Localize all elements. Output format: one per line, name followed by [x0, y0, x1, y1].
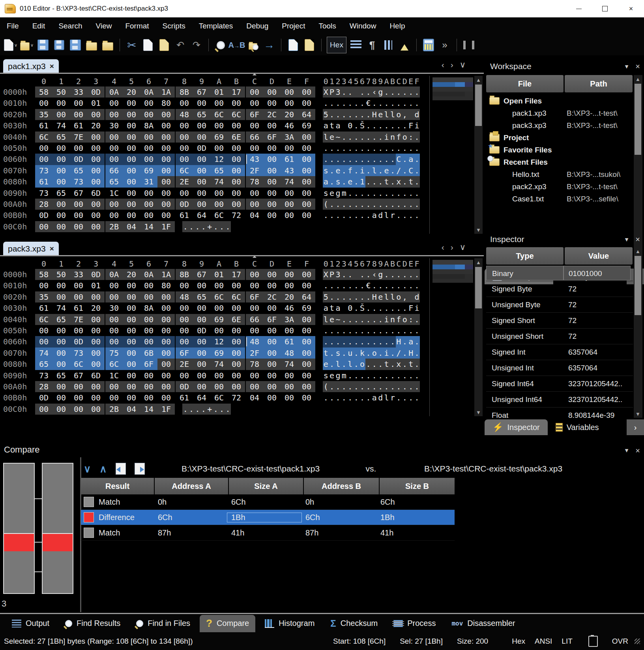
ascii-char-cell[interactable]: . [335, 109, 341, 120]
ascii-char-cell[interactable]: 3 [335, 269, 341, 280]
hex-byte-cell[interactable]: 00 [140, 325, 157, 336]
inspector-value-cell[interactable]: 72 [564, 301, 631, 309]
hex-byte-cell[interactable]: 00 [263, 325, 281, 336]
ascii-char-cell[interactable]: a [371, 210, 377, 221]
hex-byte-cell[interactable]: 6F [263, 314, 281, 325]
hex-byte-cell[interactable]: 00 [193, 381, 210, 392]
hex-byte-cell[interactable]: 00 [105, 325, 123, 336]
ascii-char-cell[interactable]: . [378, 359, 384, 370]
ascii-char-cell[interactable]: . [378, 325, 384, 336]
inspector-value-cell[interactable]: 01001000 [564, 266, 631, 280]
ascii-char-cell[interactable]: . [389, 302, 395, 314]
menu-item-view[interactable]: View [89, 17, 119, 35]
hex-byte-cell[interactable]: 00 [263, 269, 281, 280]
ascii-char-cell[interactable]: . [384, 154, 389, 165]
ascii-char-cell[interactable]: . [378, 348, 384, 359]
ascii-char-cell[interactable]: . [359, 269, 365, 280]
hex-byte-cell[interactable]: 80 [157, 280, 175, 291]
hex-byte-cell[interactable]: 1A [157, 269, 175, 280]
ascii-char-cell[interactable]: ( [323, 199, 329, 210]
hex-byte-cell[interactable]: 00 [140, 98, 157, 109]
hex-byte-cell[interactable]: 69 [140, 165, 157, 176]
column-mode-button[interactable] [382, 38, 395, 52]
hex-byte-cell[interactable]: 00 [246, 120, 263, 131]
ascii-char-cell[interactable]: . [329, 199, 335, 210]
hex-byte-cell[interactable]: 14 [140, 404, 157, 415]
ascii-char-cell[interactable]: m [341, 188, 347, 199]
ascii-char-cell[interactable]: . [408, 325, 414, 336]
compare-copy-left-icon[interactable] [116, 463, 126, 475]
ascii-char-cell[interactable]: t [323, 348, 329, 359]
ascii-char-cell[interactable]: . [329, 98, 335, 109]
hex-byte-cell[interactable]: 00 [157, 392, 175, 403]
show-whitespace-button[interactable]: ¶ [365, 38, 379, 52]
hex-byte-cell[interactable]: 00 [263, 188, 281, 199]
hex-byte-cell[interactable]: 00 [298, 392, 315, 403]
hex-byte-cell[interactable]: 73 [70, 348, 87, 359]
hex-byte-cell[interactable]: 00 [157, 336, 175, 347]
status-start[interactable]: Start: 108 [6Ch] [333, 637, 386, 646]
ascii-char-cell[interactable]: . [396, 143, 402, 154]
ascii-char-cell[interactable]: . [200, 221, 206, 232]
hex-byte-cell[interactable]: 12 [210, 336, 228, 347]
hex-byte-cell[interactable]: 20 [281, 109, 298, 120]
ascii-char-cell[interactable]: X [323, 269, 329, 280]
hex-byte-cell[interactable]: 65 [210, 165, 228, 176]
hex-byte-cell[interactable]: 6F [246, 291, 263, 302]
hex-byte-cell[interactable]: 00 [87, 176, 105, 187]
compare-result-row[interactable]: Match0h6Ch0h6Ch [81, 494, 455, 510]
highlight-button[interactable] [398, 38, 411, 52]
menu-item-format[interactable]: Format [118, 17, 155, 35]
hex-byte-cell[interactable]: 00 [193, 280, 210, 291]
ascii-char-cell[interactable]: . [341, 176, 347, 187]
status-mode-hex[interactable]: Hex [512, 637, 525, 646]
hex-byte-cell[interactable]: 00 [298, 210, 315, 221]
ascii-char-cell[interactable]: . [378, 370, 384, 381]
hex-byte-cell[interactable]: 00 [52, 336, 70, 347]
ascii-char-cell[interactable]: . [389, 165, 395, 176]
ascii-char-cell[interactable]: d [378, 210, 384, 221]
ascii-char-cell[interactable]: . [389, 188, 395, 199]
ascii-char-cell[interactable]: . [359, 336, 365, 347]
hex-byte-cell[interactable]: 48 [176, 109, 193, 120]
save-all-button[interactable] [69, 38, 82, 52]
ascii-char-cell[interactable]: . [323, 325, 329, 336]
hex-byte-cell[interactable]: 00 [246, 269, 263, 280]
ascii-char-cell[interactable]: . [389, 98, 395, 109]
inspector-col-value[interactable]: Value [565, 247, 633, 265]
hex-byte-cell[interactable]: 74 [281, 359, 298, 370]
ascii-char-cell[interactable]: . [371, 325, 377, 336]
hex-byte-cell[interactable]: 20 [123, 269, 140, 280]
ascii-char-cell[interactable]: a [335, 302, 341, 314]
inspector-tab-inspector[interactable]: ⚡Inspector [485, 419, 548, 435]
hex-byte-cell[interactable]: 2C [263, 291, 281, 302]
ascii-char-cell[interactable]: . [323, 154, 329, 165]
ascii-char-cell[interactable]: . [347, 199, 353, 210]
ascii-char-cell[interactable]: . [347, 314, 353, 325]
ascii-char-cell[interactable]: . [378, 314, 384, 325]
ascii-char-cell[interactable]: . [378, 165, 384, 176]
hex-byte-cell[interactable]: 00 [228, 336, 245, 347]
hex-byte-cell[interactable]: 00 [140, 109, 157, 120]
ascii-char-cell[interactable]: . [396, 392, 402, 403]
hex-byte-cell[interactable]: 00 [35, 336, 52, 347]
hex-byte-cell[interactable]: 00 [123, 325, 140, 336]
ascii-char-cell[interactable]: . [359, 199, 365, 210]
hex-byte-cell[interactable]: 00 [210, 381, 228, 392]
hex-byte-cell[interactable]: 00 [105, 210, 123, 221]
ascii-char-cell[interactable]: . [384, 86, 389, 98]
hex-byte-cell[interactable]: 00 [70, 291, 87, 302]
ascii-char-cell[interactable]: . [396, 269, 402, 280]
ascii-char-cell[interactable]: . [371, 336, 377, 347]
ascii-char-cell[interactable]: . [335, 143, 341, 154]
ascii-char-cell[interactable]: x [396, 176, 402, 187]
hex-byte-cell[interactable]: 2B [105, 404, 123, 415]
ascii-char-cell[interactable]: . [341, 86, 347, 98]
hex-byte-cell[interactable]: 69 [210, 314, 228, 325]
ascii-char-cell[interactable]: . [371, 188, 377, 199]
ascii-char-cell[interactable]: . [341, 98, 347, 109]
hex-byte-cell[interactable]: 73 [35, 165, 52, 176]
ascii-char-cell[interactable]: . [396, 98, 402, 109]
hex-byte-cell[interactable]: 8B [176, 269, 193, 280]
ascii-char-cell[interactable]: . [378, 143, 384, 154]
